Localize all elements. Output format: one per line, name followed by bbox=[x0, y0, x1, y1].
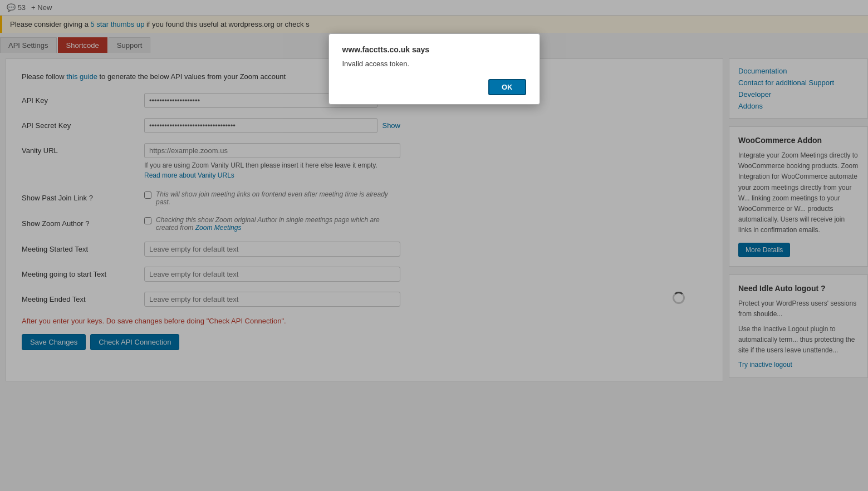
modal-footer: OK bbox=[342, 79, 526, 95]
modal-ok-button[interactable]: OK bbox=[488, 79, 526, 95]
modal-title: www.facctts.co.uk says bbox=[342, 45, 526, 54]
modal-overlay: www.facctts.co.uk says Invalid access to… bbox=[0, 0, 868, 387]
modal-message: Invalid access token. bbox=[342, 60, 526, 68]
modal-dialog: www.facctts.co.uk says Invalid access to… bbox=[328, 33, 540, 105]
